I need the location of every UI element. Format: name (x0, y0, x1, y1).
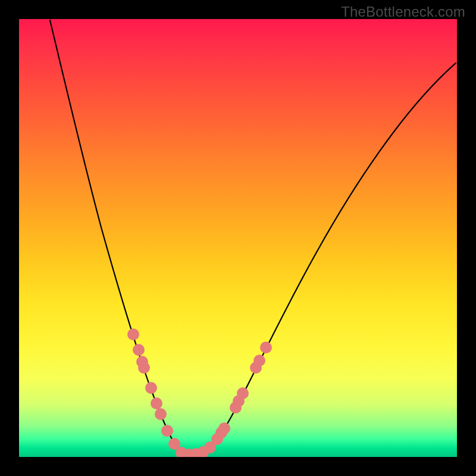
plot-gradient-background (19, 19, 457, 457)
dot-left-7 (161, 425, 173, 437)
dot-right-3 (218, 422, 230, 434)
chart-svg (19, 19, 457, 457)
dot-left-1 (133, 344, 145, 356)
dot-left-0 (127, 328, 139, 340)
dot-left-6 (155, 408, 167, 420)
dot-right-9 (260, 342, 272, 353)
dot-right-8 (253, 355, 265, 367)
dot-right-6 (237, 387, 249, 399)
chart-frame: TheBottleneck.com (0, 0, 476, 476)
bottleneck-curve (50, 20, 456, 455)
dot-left-4 (145, 382, 157, 394)
dot-left-5 (151, 397, 162, 409)
watermark-label: TheBottleneck.com (341, 4, 465, 20)
dot-left-3 (138, 362, 150, 374)
